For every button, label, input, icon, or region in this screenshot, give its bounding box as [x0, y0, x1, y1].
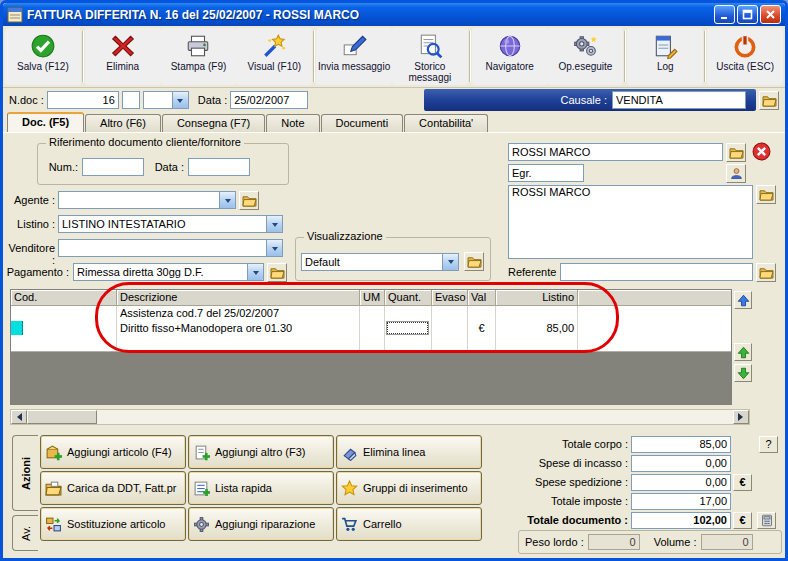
euro-button[interactable]: €: [733, 512, 752, 529]
visualizzazione-folder-button[interactable]: [464, 252, 484, 271]
uscita-button[interactable]: Uscita (ESC): [707, 28, 783, 85]
ndoc-type-combobox[interactable]: [143, 91, 189, 109]
horizontal-scrollbar[interactable]: [10, 409, 750, 425]
data-input[interactable]: [230, 91, 308, 109]
tab-altro-f6[interactable]: Altro (F6): [85, 114, 161, 132]
referente-input[interactable]: [560, 263, 753, 281]
cell-quant[interactable]: [385, 321, 432, 336]
move-line-up-button[interactable]: [734, 343, 752, 361]
log-button[interactable]: Log: [627, 28, 703, 85]
spese-incasso-value[interactable]: [631, 455, 731, 472]
cell-evaso[interactable]: [432, 306, 468, 321]
cell-quant[interactable]: [385, 306, 432, 321]
cell-cod[interactable]: [11, 321, 117, 336]
dropdown-arrow-icon[interactable]: [266, 216, 282, 232]
referente-folder-button[interactable]: [756, 263, 776, 282]
dropdown-arrow-icon[interactable]: [172, 92, 188, 108]
table-row-empty[interactable]: [11, 336, 731, 351]
cliente-folder-button[interactable]: [726, 143, 746, 162]
causale-folder-button[interactable]: [759, 91, 779, 110]
column-header[interactable]: Listino: [496, 290, 578, 306]
dropdown-arrow-icon[interactable]: [219, 192, 235, 208]
cell-descrizione[interactable]: Diritto fisso+Manodopera ore 01.30: [117, 321, 360, 336]
peso-lordo-value[interactable]: [588, 534, 640, 550]
num-input[interactable]: [82, 158, 144, 176]
tab-azioni[interactable]: Azioni: [12, 435, 38, 511]
cliente-input[interactable]: [508, 143, 723, 161]
op-eseguite-button[interactable]: Op.eseguite: [548, 28, 624, 85]
column-header[interactable]: Evaso: [432, 290, 468, 306]
elimina-linea-button[interactable]: Elimina linea: [336, 435, 482, 469]
dropdown-arrow-icon[interactable]: [247, 264, 263, 280]
calculator-button[interactable]: [757, 512, 776, 529]
tab-documenti[interactable]: Documenti: [321, 114, 404, 132]
tab-consegna-f7[interactable]: Consegna (F7): [162, 114, 265, 132]
aggiungi-riparazione-button[interactable]: Aggiungi riparazione: [188, 507, 334, 541]
visual-button[interactable]: Visual (F10): [236, 28, 312, 85]
ndoc-input[interactable]: [47, 91, 119, 109]
scroll-top-button[interactable]: [734, 291, 752, 309]
cell-cod[interactable]: [11, 306, 117, 321]
totale-documento-value[interactable]: [631, 512, 731, 529]
cell-listino[interactable]: 85,00: [496, 321, 578, 336]
cell-descrizione[interactable]: Assistenza cod.7 del 25/02/2007: [117, 306, 360, 321]
move-line-down-button[interactable]: [734, 364, 752, 382]
salva-button[interactable]: Salva (F12): [5, 28, 81, 85]
scrollbar-thumb[interactable]: [27, 410, 97, 424]
table-row[interactable]: Assistenza cod.7 del 25/02/2007: [11, 306, 731, 321]
help-button[interactable]: ?: [759, 436, 778, 453]
carrello-button[interactable]: Carrello: [336, 507, 482, 541]
aggiungi-altro-button[interactable]: Aggiungi altro (F3): [188, 435, 334, 469]
tab-avanzate[interactable]: Av.: [12, 515, 38, 551]
agente-folder-button[interactable]: [239, 191, 259, 210]
ndoc-suffix-input[interactable]: [122, 91, 140, 109]
carica-da-ddt-button[interactable]: Carica da DDT, Fatt.pr: [40, 471, 186, 505]
totale-corpo-value[interactable]: [631, 436, 731, 453]
cell-evaso[interactable]: [432, 321, 468, 336]
dropdown-arrow-icon[interactable]: [442, 254, 458, 270]
indirizzo-textarea[interactable]: ROSSI MARCO: [508, 185, 753, 259]
agente-combobox[interactable]: [58, 191, 236, 209]
maximize-button[interactable]: [737, 5, 758, 24]
cell-um[interactable]: [360, 306, 385, 321]
active-cell-input[interactable]: [387, 322, 428, 334]
cell-val[interactable]: [468, 306, 496, 321]
elimina-button[interactable]: Elimina: [85, 28, 161, 85]
gruppi-inserimento-button[interactable]: Gruppi di inserimento: [336, 471, 482, 505]
causale-input[interactable]: [612, 91, 746, 109]
volume-value[interactable]: [701, 534, 753, 550]
column-header[interactable]: Val: [468, 290, 496, 306]
lista-rapida-button[interactable]: Lista rapida: [188, 471, 334, 505]
contact-person-button[interactable]: [726, 164, 746, 183]
navigatore-button[interactable]: Navigatore: [472, 28, 548, 85]
spese-spedizione-value[interactable]: [631, 474, 731, 491]
cliente-remove-button[interactable]: [751, 142, 771, 162]
scrollbar-track[interactable]: [97, 410, 733, 424]
egr-input[interactable]: [508, 164, 584, 182]
euro-button[interactable]: €: [733, 474, 752, 491]
stampa-button[interactable]: Stampa (F9): [161, 28, 237, 85]
sostituzione-articolo-button[interactable]: Sostituzione articolo: [40, 507, 186, 541]
visualizzazione-combobox[interactable]: Default: [301, 253, 459, 271]
column-header[interactable]: UM: [360, 290, 385, 306]
aggiungi-articolo-button[interactable]: Aggiungi articolo (F4): [40, 435, 186, 469]
minimize-button[interactable]: [714, 5, 735, 24]
scroll-right-button[interactable]: [733, 410, 749, 424]
column-header[interactable]: Descrizione: [117, 290, 360, 306]
pagamento-folder-button[interactable]: [267, 263, 287, 282]
close-button[interactable]: [760, 5, 781, 24]
pagamento-combobox[interactable]: Rimessa diretta 30gg D.F.: [73, 263, 264, 281]
cell-listino[interactable]: [496, 306, 578, 321]
cell-um[interactable]: [360, 321, 385, 336]
cell-val[interactable]: €: [468, 321, 496, 336]
tab-doc-f5[interactable]: Doc. (F5): [7, 112, 84, 132]
storico-messaggi-button[interactable]: Storico messaggi: [392, 28, 468, 85]
indirizzo-folder-button[interactable]: [756, 185, 776, 204]
dropdown-arrow-icon[interactable]: [266, 240, 282, 256]
scroll-left-button[interactable]: [11, 410, 27, 424]
totale-imposte-value[interactable]: [631, 493, 731, 510]
document-lines-table[interactable]: Cod. Descrizione UM Quant. Evaso Val Lis…: [10, 289, 732, 405]
venditore-combobox[interactable]: [58, 239, 283, 257]
tab-contabilita[interactable]: Contabilita': [404, 114, 488, 132]
invia-messaggio-button[interactable]: Invia messaggio: [316, 28, 392, 85]
